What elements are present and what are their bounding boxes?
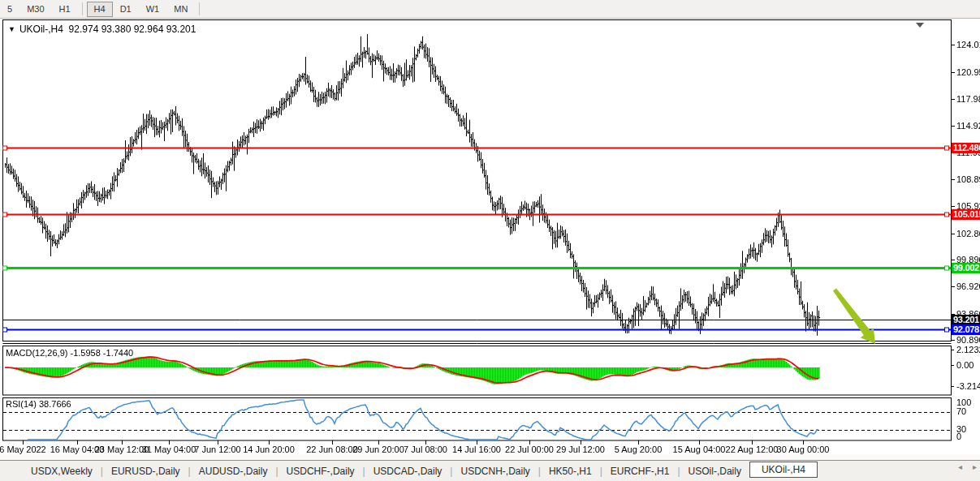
symbol-tab-usdcad-daily[interactable]: USDCAD-,Daily [365, 464, 451, 479]
timeframe-button-mn[interactable]: MN [166, 2, 195, 17]
tab-scroll-left-button[interactable]: ◂ [958, 462, 962, 471]
timeframe-button-5[interactable]: 5 [0, 2, 19, 17]
symbol-tab-usdx-weekly[interactable]: USDX,Weekly [23, 464, 101, 479]
timeframe-toolbar: 5M30H1H4D1W1MN [0, 0, 980, 19]
timeframe-button-d1[interactable]: D1 [113, 2, 139, 17]
timeframe-button-w1[interactable]: W1 [139, 2, 167, 17]
symbol-tab-usoil-daily[interactable]: USOil-,Daily [680, 464, 749, 479]
timeframe-button-m30[interactable]: M30 [19, 2, 51, 17]
symbol-tab-eurusd-daily[interactable]: EURUSD-,Daily [103, 464, 188, 479]
timeframe-button-h4[interactable]: H4 [87, 2, 113, 17]
symbol-tab-usdcnh-daily[interactable]: USDCNH-,Daily [452, 464, 537, 479]
symbol-tab-audusd-daily[interactable]: AUDUSD-,Daily [191, 464, 276, 479]
toolbar-separator [82, 2, 83, 15]
symbol-tab-usdchf-daily[interactable]: USDCHF-,Daily [278, 464, 363, 479]
chart-canvas[interactable] [0, 0, 980, 481]
toolbar-separator [199, 2, 200, 15]
symbol-tab-eurchf-h1[interactable]: EURCHF-,H1 [602, 464, 678, 479]
tab-strip-gap [0, 454, 980, 460]
timeframe-button-h1[interactable]: H1 [52, 2, 78, 17]
symbol-tab-ukoil-h4[interactable]: UKOil-,H4 [749, 462, 818, 478]
tab-scroll-right-button[interactable]: ▸ [973, 462, 977, 471]
symbol-tab-hk50-h1[interactable]: HK50-,H1 [541, 464, 600, 479]
symbol-tab-bar: USDX,Weekly|EURUSD-,Daily|AUDUSD-,Daily|… [0, 460, 980, 481]
